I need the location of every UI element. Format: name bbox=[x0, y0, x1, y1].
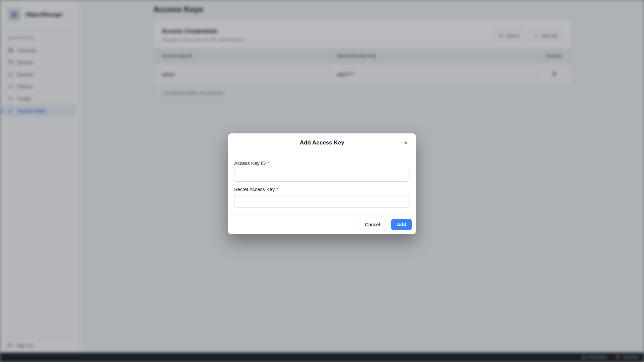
secret-access-key-input[interactable] bbox=[234, 195, 410, 208]
add-button[interactable]: Add bbox=[391, 219, 412, 230]
close-button[interactable] bbox=[401, 138, 411, 147]
required-asterisk: * bbox=[267, 161, 269, 166]
field-label-secret-access-key: Secret Access Key* bbox=[234, 187, 278, 192]
field-label-access-key-id: Access Key ID* bbox=[234, 161, 269, 166]
add-access-key-modal: Add Access Key Access Key ID* Secret Acc… bbox=[228, 133, 416, 234]
access-key-id-input[interactable] bbox=[234, 169, 410, 182]
cancel-button[interactable]: Cancel bbox=[359, 219, 386, 230]
required-asterisk: * bbox=[276, 187, 278, 192]
modal-title: Add Access Key bbox=[300, 139, 344, 146]
close-icon bbox=[403, 140, 409, 145]
